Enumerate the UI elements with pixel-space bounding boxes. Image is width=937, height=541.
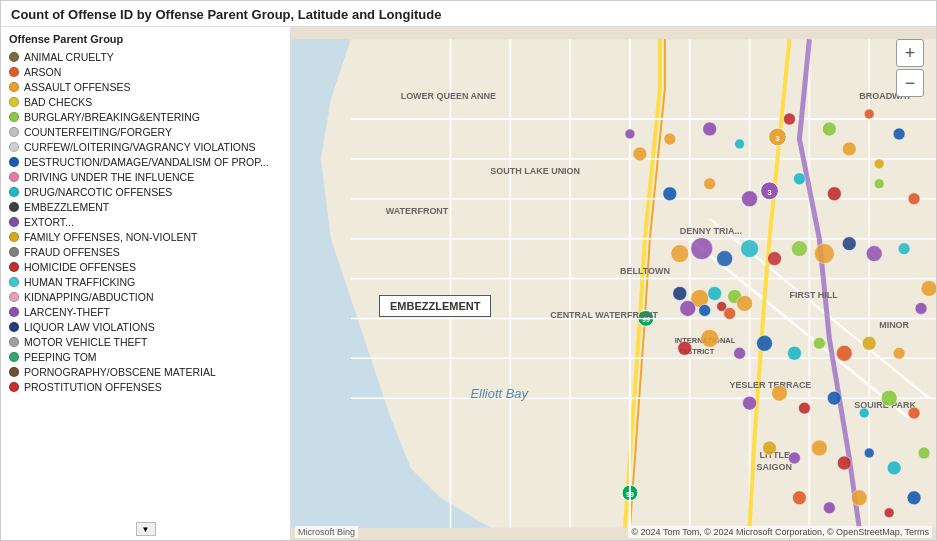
legend-item-label: PEEPING TOM [24,351,97,363]
legend-item-label: PROSTITUTION OFFENSES [24,381,162,393]
svg-point-62 [827,187,841,201]
legend-color-dot [9,247,19,257]
svg-point-99 [823,502,835,514]
legend-color-dot [9,202,19,212]
svg-point-88 [859,408,869,418]
legend-item: ARSON [9,64,282,79]
legend-color-dot [9,277,19,287]
svg-point-96 [887,461,901,475]
svg-point-100 [851,490,867,506]
svg-text:YESLER TERRACE: YESLER TERRACE [730,380,812,390]
svg-point-66 [691,238,713,260]
legend-scroll-button[interactable]: ▼ [136,522,156,536]
legend-item-label: EMBEZZLEMENT [24,201,109,213]
svg-text:3: 3 [775,134,780,143]
svg-text:BELLTOWN: BELLTOWN [620,266,670,276]
svg-point-65 [671,245,689,263]
legend-item-label: PORNOGRAPHY/OBSCENE MATERIAL [24,366,216,378]
legend-item-label: DESTRUCTION/DAMAGE/VANDALISM OF PROP... [24,156,269,168]
legend-item-label: LIQUOR LAW VIOLATIONS [24,321,155,333]
zoom-in-button[interactable]: + [896,39,924,67]
legend-item-label: ARSON [24,66,61,78]
zoom-out-button[interactable]: − [896,69,924,97]
legend-item: ASSAULT OFFENSES [9,79,282,94]
legend-item: DESTRUCTION/DAMAGE/VANDALISM OF PROP... [9,154,282,169]
legend-panel: Offense Parent Group ANIMAL CRUELTYARSON… [1,27,291,540]
legend-color-dot [9,307,19,317]
svg-point-53 [822,122,836,136]
svg-point-69 [768,252,782,266]
svg-point-49 [664,133,676,145]
svg-point-60 [742,191,758,207]
legend-color-dot [9,337,19,347]
svg-text:Elliott Bay: Elliott Bay [470,386,529,401]
svg-point-75 [678,341,692,355]
legend-item: BURGLARY/BREAKING&ENTERING [9,109,282,124]
legend-color-dot [9,322,19,332]
map-container[interactable]: 99 99 [291,27,936,540]
svg-text:SOUTH LAKE UNION: SOUTH LAKE UNION [490,166,580,176]
svg-point-79 [787,346,801,360]
legend-item-label: FAMILY OFFENSES, NON-VIOLENT [24,231,197,243]
svg-point-46 [724,307,736,319]
legend-item: MOTOR VEHICLE THEFT [9,334,282,349]
legend-color-dot [9,142,19,152]
legend-item-label: ANIMAL CRUELTY [24,51,114,63]
legend-item: FAMILY OFFENSES, NON-VIOLENT [9,229,282,244]
legend-item-label: FRAUD OFFENSES [24,246,120,258]
legend-item: EMBEZZLEMENT [9,199,282,214]
legend-color-dot [9,112,19,122]
legend-color-dot [9,97,19,107]
svg-point-83 [893,347,905,359]
legend-color-dot [9,187,19,197]
legend-color-dot [9,52,19,62]
legend-item-label: DRIVING UNDER THE INFLUENCE [24,171,194,183]
legend-item-label: BAD CHECKS [24,96,92,108]
legend-item: DRIVING UNDER THE INFLUENCE [9,169,282,184]
svg-point-98 [792,491,806,505]
svg-text:MINOR: MINOR [879,320,909,330]
legend-item-label: EXTORT... [24,216,74,228]
svg-point-72 [842,237,856,251]
svg-point-68 [741,240,759,258]
svg-point-50 [703,122,717,136]
svg-point-104 [915,302,927,314]
svg-point-42 [699,304,711,316]
svg-point-102 [907,491,921,505]
legend-item-label: BURGLARY/BREAKING&ENTERING [24,111,200,123]
svg-point-82 [862,336,876,350]
svg-point-81 [836,345,852,361]
svg-point-41 [708,286,722,300]
svg-point-51 [735,139,745,149]
svg-point-103 [921,281,936,297]
legend-item: ANIMAL CRUELTY [9,49,282,64]
svg-point-73 [866,246,882,262]
legend-item-label: ASSAULT OFFENSES [24,81,130,93]
svg-text:CENTRAL WATERFRONT: CENTRAL WATERFRONT [550,310,658,320]
legend-title: Offense Parent Group [9,33,282,45]
legend-item: COUNTERFEITING/FORGERY [9,124,282,139]
legend-color-dot [9,157,19,167]
legend-item-label: KIDNAPPING/ABDUCTION [24,291,154,303]
legend-color-dot [9,292,19,302]
legend-item-label: HOMICIDE OFFENSES [24,261,136,273]
legend-item: HUMAN TRAFFICKING [9,274,282,289]
legend-color-dot [9,352,19,362]
legend-item: DRUG/NARCOTIC OFFENSES [9,184,282,199]
legend-color-dot [9,172,19,182]
svg-point-85 [772,385,788,401]
svg-point-71 [814,244,834,264]
legend-color-dot [9,127,19,137]
svg-point-63 [874,179,884,189]
legend-item: FRAUD OFFENSES [9,244,282,259]
zoom-controls: + − [896,39,924,97]
legend-color-dot [9,382,19,392]
legend-item: PEEPING TOM [9,349,282,364]
svg-point-89 [881,390,897,406]
legend-color-dot [9,367,19,377]
svg-point-57 [874,159,884,169]
svg-point-91 [763,441,777,455]
svg-point-90 [908,407,920,419]
legend-color-dot [9,217,19,227]
legend-item: LARCENY-THEFT [9,304,282,319]
